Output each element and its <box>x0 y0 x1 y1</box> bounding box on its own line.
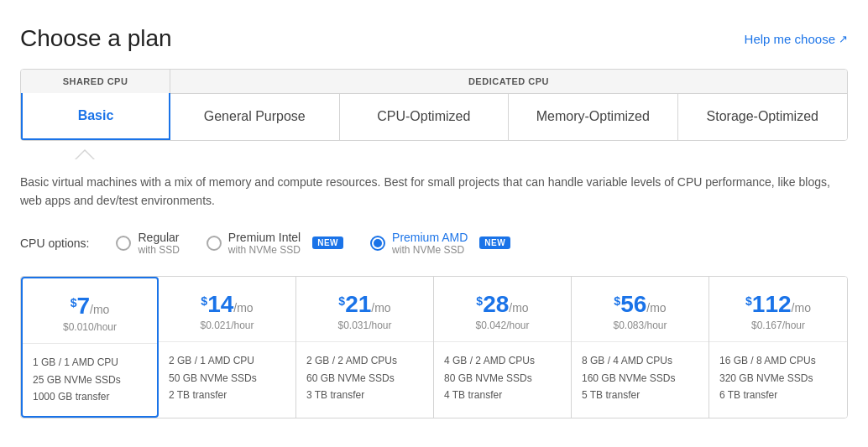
pricing-card-56[interactable]: $56/mo $0.083/hour 8 GB / 4 AMD CPUs 160… <box>572 277 709 418</box>
radio-regular-label: Regular <box>138 231 179 244</box>
price-section-112: $112/mo $0.167/hour <box>709 277 847 343</box>
price-main-28: $28/mo <box>444 290 561 319</box>
tab-memory-optimized[interactable]: Memory-Optimized <box>509 94 678 140</box>
tab-basic[interactable]: Basic <box>21 93 170 140</box>
radio-selected-indicator <box>374 239 382 247</box>
radio-premium-amd-label: Premium AMD <box>392 231 468 244</box>
price-section-14: $14/mo $0.021/hour <box>159 277 295 343</box>
price-section-21: $21/mo $0.031/hour <box>296 277 433 343</box>
tab-storage-optimized[interactable]: Storage-Optimized <box>678 94 848 140</box>
external-link-icon: ↗ <box>839 33 848 45</box>
tab-general-purpose[interactable]: General Purpose <box>170 94 340 140</box>
cpu-options: CPU options: Regular with SSD Premium In… <box>20 231 848 256</box>
specs-7: 1 GB / 1 AMD CPU 25 GB NVMe SSDs 1000 GB… <box>23 344 157 415</box>
price-section-56: $56/mo $0.083/hour <box>572 277 709 343</box>
radio-regular-button[interactable] <box>116 236 131 251</box>
tab-cpu-optimized[interactable]: CPU-Optimized <box>340 94 510 140</box>
pricing-card-14[interactable]: $14/mo $0.021/hour 2 GB / 1 AMD CPU 50 G… <box>159 277 296 418</box>
pricing-cards: $7/mo $0.010/hour 1 GB / 1 AMD CPU 25 GB… <box>20 276 848 418</box>
price-main-56: $56/mo <box>582 290 698 319</box>
pricing-card-7[interactable]: $7/mo $0.010/hour 1 GB / 1 AMD CPU 25 GB… <box>21 277 159 418</box>
radio-premium-intel-button[interactable] <box>207 236 222 251</box>
pricing-card-28[interactable]: $28/mo $0.042/hour 4 GB / 2 AMD CPUs 80 … <box>434 277 572 418</box>
price-main-21: $21/mo <box>306 290 423 319</box>
tab-group-header: SHARED CPU DEDICATED CPU <box>21 70 847 94</box>
radio-premium-amd-sublabel: with NVMe SSD <box>392 244 468 256</box>
specs-112: 16 GB / 8 AMD CPUs 320 GB NVMe SSDs 6 TB… <box>709 342 847 413</box>
radio-premium-intel-sublabel: with NVMe SSD <box>228 244 301 256</box>
tab-pointer <box>20 141 848 159</box>
price-hourly-28: $0.042/hour <box>444 320 561 331</box>
radio-premium-intel[interactable]: Premium Intel with NVMe SSD NEW <box>207 231 343 256</box>
price-section-28: $28/mo $0.042/hour <box>434 277 571 343</box>
tab-triangle <box>75 149 95 159</box>
specs-56: 8 GB / 4 AMD CPUs 160 GB NVMe SSDs 5 TB … <box>572 342 709 413</box>
pricing-card-112[interactable]: $112/mo $0.167/hour 16 GB / 8 AMD CPUs 3… <box>709 277 847 418</box>
radio-regular-sublabel: with SSD <box>138 244 179 256</box>
dedicated-cpu-header: DEDICATED CPU <box>170 70 847 94</box>
premium-amd-new-badge: NEW <box>479 236 510 249</box>
page-title: Choose a plan <box>20 25 172 52</box>
radio-premium-amd-button[interactable] <box>370 236 385 251</box>
price-hourly-7: $0.010/hour <box>33 321 147 333</box>
plan-tabs-container: SHARED CPU DEDICATED CPU Basic General P… <box>20 69 848 141</box>
price-hourly-14: $0.021/hour <box>169 320 285 331</box>
help-link[interactable]: Help me choose ↗ <box>745 32 848 46</box>
tab-row: Basic General Purpose CPU-Optimized Memo… <box>21 94 847 140</box>
price-hourly-21: $0.031/hour <box>306 320 423 331</box>
premium-intel-new-badge: NEW <box>312 236 343 249</box>
price-hourly-56: $0.083/hour <box>582 320 698 331</box>
specs-14: 2 GB / 1 AMD CPU 50 GB NVMe SSDs 2 TB tr… <box>159 342 295 413</box>
plan-description: Basic virtual machines with a mix of mem… <box>20 173 848 211</box>
specs-21: 2 GB / 2 AMD CPUs 60 GB NVMe SSDs 3 TB t… <box>296 342 433 413</box>
radio-premium-intel-label: Premium Intel <box>228 231 301 244</box>
price-main-14: $14/mo <box>169 290 285 319</box>
cpu-options-label: CPU options: <box>20 236 89 250</box>
radio-regular[interactable]: Regular with SSD <box>116 231 179 256</box>
shared-cpu-header: SHARED CPU <box>21 70 170 94</box>
price-main-7: $7/mo <box>33 292 147 320</box>
page-header: Choose a plan Help me choose ↗ <box>20 25 848 52</box>
price-section-7: $7/mo $0.010/hour <box>23 278 157 345</box>
price-main-112: $112/mo <box>719 290 837 319</box>
pricing-card-21[interactable]: $21/mo $0.031/hour 2 GB / 2 AMD CPUs 60 … <box>296 277 434 418</box>
price-hourly-112: $0.167/hour <box>719 320 837 331</box>
specs-28: 4 GB / 2 AMD CPUs 80 GB NVMe SSDs 4 TB t… <box>434 342 571 413</box>
radio-premium-amd[interactable]: Premium AMD with NVMe SSD NEW <box>370 231 510 256</box>
